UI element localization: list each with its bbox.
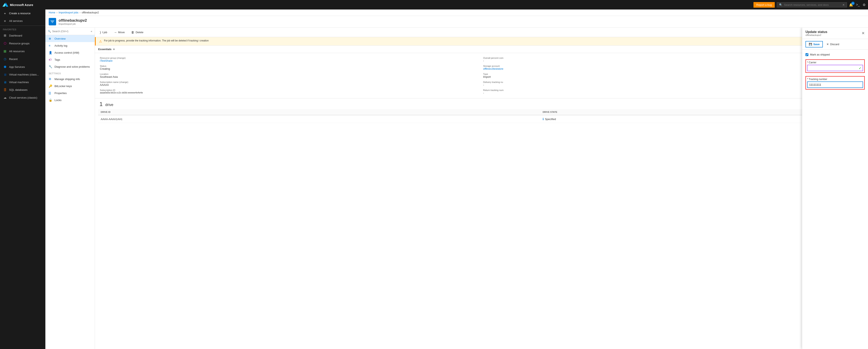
favorites-label: FAVORITES: [0, 27, 45, 32]
mark-shipped-label: Mark as shipped: [810, 53, 830, 56]
main-content: ) I job → Move 🗑 Delete ⚠ For job to: [95, 28, 868, 349]
drive-state-value: Specified: [545, 118, 556, 121]
sa-value[interactable]: offlinev2teststore: [483, 67, 503, 70]
sidebar-divider-1: [0, 26, 45, 26]
nav-item-locks[interactable]: 🔒 Locks: [45, 97, 95, 103]
mark-shipped-checkbox[interactable]: [805, 53, 808, 56]
left-nav-search-input[interactable]: [52, 30, 90, 33]
notifications-icon[interactable]: 🔔 4: [849, 3, 853, 7]
app-name: Microsoft Azure: [10, 3, 33, 7]
recent-icon: ◷: [3, 57, 7, 61]
rg-value[interactable]: iTestShare: [100, 59, 113, 62]
update-panel-header: Update status offlinebackupv2 ✕: [802, 28, 868, 39]
location-label: Location: [100, 73, 480, 75]
tracking-number-input[interactable]: [807, 82, 863, 88]
all-services-item[interactable]: ≡ All services: [0, 17, 45, 25]
sidebar-item-label: SQL databases: [9, 88, 27, 91]
resource-groups-icon: ⬡: [3, 41, 7, 45]
all-services-label: All services: [9, 20, 23, 23]
tracking-number-field-wrapper: * Tracking number: [805, 76, 865, 90]
carrier-check-icon: ✓: [859, 66, 861, 70]
sidebar-item-virtual-machines[interactable]: 🖥 Virtual machines: [0, 78, 45, 86]
drive-section: 1 drive DRIVE ID DRIVE STATE AAAA-: [95, 98, 868, 125]
carrier-field: * Carrier ✓: [805, 59, 865, 73]
locks-icon: 🔒: [49, 98, 53, 102]
tracking-input-wrap: [807, 82, 863, 88]
carrier-input-wrap: ✓: [807, 65, 863, 71]
tracking-number-field: * Tracking number: [805, 76, 865, 90]
sid-value: aaaa0a0a-bb1b-cc2c-dd3d-eeeeee4e4e4e: [100, 91, 480, 94]
carrier-field-wrapper: * Carrier ✓: [805, 59, 865, 73]
main-layout: + Create a resource ≡ All services FAVOR…: [0, 9, 868, 349]
nav-item-label: Overview: [55, 37, 66, 40]
sidebar-item-recent[interactable]: ◷ Recent: [0, 55, 45, 63]
properties-icon: |||: [49, 91, 53, 95]
vm-icon: 🖥: [3, 81, 7, 84]
sidebar-item-vm-classic[interactable]: 🖥 Virtual machines (class...: [0, 71, 45, 78]
close-button[interactable]: ✕: [862, 31, 865, 35]
sidebar-item-app-services[interactable]: ⬢ App Services: [0, 63, 45, 71]
sidebar-item-all-resources[interactable]: ▦ All resources: [0, 47, 45, 55]
sidebar-item-sql-databases[interactable]: 🗄 SQL databases: [0, 86, 45, 94]
settings-icon[interactable]: ⚙: [863, 3, 866, 7]
discard-icon: ✕: [827, 43, 829, 46]
sidebar-item-cloud-services[interactable]: ☁ Cloud services (classic): [0, 94, 45, 101]
resource-header: offlinebackupv2 Import/export job: [45, 16, 868, 28]
sidebar-item-label: Recent: [9, 58, 18, 61]
nav-item-diagnose[interactable]: 🔧 Diagnose and solve problems: [45, 63, 95, 70]
sidebar-item-resource-groups[interactable]: ⬡ Resource groups: [0, 39, 45, 47]
nav-item-bitlocker[interactable]: 🔑 BitLocker keys: [45, 83, 95, 90]
job-button[interactable]: ) I job: [98, 30, 109, 35]
col-drive-id: DRIVE ID: [98, 109, 540, 115]
left-nav: 🔍 « ⊕ Overview ≡ Activity log 👤 Access c…: [45, 28, 95, 349]
left-nav-search[interactable]: 🔍 «: [45, 28, 95, 35]
collapse-icon[interactable]: «: [91, 30, 92, 33]
nav-item-label: Tags: [55, 58, 60, 61]
report-bug-button[interactable]: Report a bug: [753, 2, 775, 8]
essentials-collapse-icon[interactable]: ∧: [113, 48, 115, 51]
sidebar-item-label: Virtual machines (class...: [9, 73, 39, 76]
sn-label: Subscription name (change): [100, 81, 480, 83]
search-clear-icon[interactable]: ✕: [842, 3, 845, 6]
search-bar[interactable]: 🔍 ✕: [777, 2, 847, 7]
content-area: Home › Import/export jobs › offlinebacku…: [45, 9, 868, 349]
nav-item-label: BitLocker keys: [55, 85, 72, 88]
search-input[interactable]: [784, 3, 838, 6]
nav-item-label: Manage shipping info: [55, 77, 80, 81]
breadcrumb: Home › Import/export jobs › offlinebacku…: [45, 9, 868, 16]
essentials-grid: Resource group (change) iTestShare Overa…: [95, 53, 868, 98]
nav-item-overview[interactable]: ⊕ Overview: [45, 35, 95, 42]
nav-item-label: Properties: [55, 92, 67, 95]
breadcrumb-home[interactable]: Home: [49, 11, 55, 14]
save-button[interactable]: 💾 Save: [805, 41, 823, 47]
overview-icon: ⊕: [49, 37, 53, 40]
resource-info: offlinebackupv2 Import/export job: [59, 18, 87, 25]
all-services-icon: ≡: [3, 19, 7, 23]
create-resource-item[interactable]: + Create a resource: [0, 9, 45, 17]
nav-item-tags[interactable]: 🏷 Tags: [45, 56, 95, 63]
carrier-label: * Carrier: [807, 61, 863, 64]
drive-table: DRIVE ID DRIVE STATE AAAA-AAAA1AA1 ℹ: [98, 109, 865, 123]
nav-item-activity-log[interactable]: ≡ Activity log: [45, 42, 95, 49]
sidebar-item-label: App Services: [9, 65, 25, 68]
warning-icon: ⚠: [99, 39, 102, 43]
breadcrumb-import-export[interactable]: Import/export jobs: [59, 11, 79, 14]
save-label: Save: [813, 43, 819, 46]
warning-banner: ⚠ For job to progress, provide the track…: [95, 37, 868, 45]
carrier-input[interactable]: [807, 65, 863, 71]
cloud-shell-icon[interactable]: >_: [856, 3, 860, 7]
content-toolbar: ) I job → Move 🗑 Delete: [95, 28, 868, 37]
discard-button[interactable]: ✕ Discard: [825, 41, 841, 47]
delete-button[interactable]: 🗑 Delete: [130, 30, 145, 35]
move-button[interactable]: → Move: [112, 30, 126, 35]
nav-item-label: Locks: [55, 99, 61, 102]
resource-subtitle: Import/export job: [59, 23, 87, 25]
job-icon: ): [100, 31, 101, 34]
sidebar-item-dashboard[interactable]: ⊞ Dashboard: [0, 32, 45, 39]
search-icon-small: 🔍: [48, 30, 51, 33]
breadcrumb-sep-2: ›: [80, 11, 81, 14]
nav-item-access-control[interactable]: 👤 Access control (IAM): [45, 49, 95, 56]
nav-item-properties[interactable]: ||| Properties: [45, 90, 95, 97]
nav-item-manage-shipping[interactable]: ⚙ Manage shipping info: [45, 75, 95, 83]
sidebar-item-label: Cloud services (classic): [9, 96, 37, 99]
